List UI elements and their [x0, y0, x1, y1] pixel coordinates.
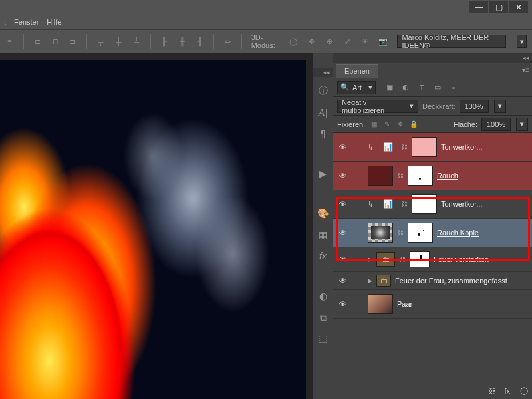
tab-ebenen[interactable]: Ebenen: [336, 64, 378, 78]
play-icon[interactable]: ▶: [316, 166, 331, 181]
scale3d-icon[interactable]: ⤢: [343, 36, 352, 47]
move3d-icon[interactable]: ⊕: [325, 36, 334, 47]
filter-shape-icon[interactable]: ▭: [433, 83, 442, 92]
paths-panel-icon[interactable]: ⬚: [316, 331, 331, 346]
maximize-button[interactable]: ▢: [489, 1, 508, 13]
panel-collapse-icon[interactable]: ◂◂: [333, 53, 532, 63]
layer-name[interactable]: Feuer der Frau, zusammengefasst: [395, 277, 528, 285]
filter-adjust-icon[interactable]: ◐: [401, 83, 410, 92]
layer-row[interactable]: 👁 ↳ 📊 ⛓ Tonwertkor...: [333, 133, 532, 162]
workspace-label: Marco Kolditz, MEER DER IDEEN®: [402, 33, 501, 49]
align-left-icon[interactable]: ⊏: [33, 36, 42, 47]
layer-filter-row: 🔍 Art ▾ ▣ ◐ T ▭ ▫: [333, 78, 532, 97]
layer-name[interactable]: Rauch Kopie: [437, 229, 528, 237]
blend-mode-label: Negativ multiplizieren: [342, 98, 410, 114]
align-center-icon[interactable]: ⊓: [51, 36, 60, 47]
layer-thumb[interactable]: [368, 223, 393, 243]
mask-thumb[interactable]: [410, 251, 430, 267]
dist-h1-icon[interactable]: ╟: [160, 36, 169, 47]
opacity-value[interactable]: 100%: [460, 100, 489, 113]
collapse-arrow-icon[interactable]: ◂◂: [313, 68, 332, 77]
expand-icon[interactable]: ▶: [368, 256, 372, 263]
camera-icon[interactable]: 📷: [378, 36, 388, 47]
layer-name[interactable]: Tonwertkor...: [441, 143, 528, 151]
visibility-icon[interactable]: 👁: [337, 254, 348, 265]
visibility-icon[interactable]: 👁: [337, 227, 348, 238]
blend-mode-select[interactable]: Negativ multiplizieren ▾: [337, 100, 418, 113]
close-button[interactable]: ✕: [509, 1, 528, 13]
menu-hilfe[interactable]: Hilfe: [47, 18, 61, 26]
menu-fenster[interactable]: Fenster: [14, 18, 39, 26]
pan-icon[interactable]: ✥: [307, 36, 316, 47]
visibility-icon[interactable]: 👁: [337, 142, 348, 152]
layer-name[interactable]: Paar: [397, 300, 528, 308]
styles-panel-icon[interactable]: fx: [316, 249, 331, 263]
link-icon: ⛓: [401, 144, 408, 150]
dist-h2-icon[interactable]: ╫: [178, 36, 186, 47]
layer-name[interactable]: Tonwertkor...: [441, 200, 528, 208]
layer-row[interactable]: 👁 ⛓ Rauch: [333, 162, 532, 190]
workspace-dropdown-icon[interactable]: ▾: [517, 35, 527, 48]
dist-mid-icon[interactable]: ╪: [114, 36, 123, 47]
align-icon[interactable]: ≡: [5, 36, 14, 47]
blend-row: Negativ multiplizieren ▾ Deckkraft: 100%…: [333, 97, 532, 116]
visibility-icon[interactable]: 👁: [337, 170, 348, 181]
align-right-icon[interactable]: ⊐: [68, 36, 77, 47]
layer-row[interactable]: 👁 ▶ 🗀 ⛓ Feuer verstärken: [333, 247, 532, 272]
mask-thumb[interactable]: [408, 223, 433, 243]
visibility-icon[interactable]: 👁: [337, 199, 348, 209]
dist-h3-icon[interactable]: ╢: [196, 36, 204, 47]
mask-thumb[interactable]: [412, 194, 437, 214]
dist-bot-icon[interactable]: ╧: [132, 36, 141, 47]
mask-button-icon[interactable]: ◯: [520, 386, 528, 395]
layer-row[interactable]: 👁 ▶ 🗀 Feuer der Frau, zusammengefasst: [333, 272, 532, 290]
minimize-button[interactable]: —: [469, 1, 488, 13]
layer-name[interactable]: Feuer verstärken: [434, 255, 528, 263]
link-icon: ⛓: [401, 201, 408, 207]
canvas-area[interactable]: [0, 53, 313, 399]
layers-collapsed-icon[interactable]: ⧉: [316, 310, 331, 325]
character-panel-icon[interactable]: A|: [316, 105, 331, 120]
layer-thumb[interactable]: [368, 294, 393, 314]
lock-transparency-icon[interactable]: ▦: [369, 120, 378, 129]
link-layers-icon[interactable]: ⛓: [489, 387, 496, 395]
filter-smart-icon[interactable]: ▫: [449, 83, 458, 92]
panel-menu-icon[interactable]: ▾≡: [522, 66, 529, 74]
mask-thumb[interactable]: [408, 166, 433, 186]
color-panel-icon[interactable]: ▦: [316, 227, 331, 242]
layer-name[interactable]: Rauch: [437, 172, 528, 180]
light-icon[interactable]: ☀: [360, 36, 369, 47]
lock-all-icon[interactable]: 🔒: [409, 120, 418, 129]
dist-top-icon[interactable]: ╤: [96, 36, 105, 47]
adjustments-panel-icon[interactable]: ◐: [316, 289, 331, 303]
layer-row[interactable]: 👁 ⛓ Rauch Kopie: [333, 219, 532, 247]
link-icon: ⛓: [397, 172, 404, 179]
layer-row[interactable]: 👁 Paar: [333, 290, 532, 319]
filter-type-icon[interactable]: T: [417, 83, 426, 92]
paragraph-panel-icon[interactable]: ¶: [316, 126, 331, 141]
fill-dropdown-icon[interactable]: ▾: [516, 118, 528, 131]
levels-icon: 📊: [378, 200, 397, 209]
layer-thumb[interactable]: [368, 166, 393, 186]
space-icon[interactable]: ⇔: [223, 36, 232, 47]
expand-icon[interactable]: ▶: [368, 277, 372, 284]
canvas[interactable]: [0, 60, 306, 399]
lock-pixels-icon[interactable]: ✎: [382, 120, 392, 129]
filter-kind-select[interactable]: 🔍 Art ▾: [337, 81, 376, 94]
opacity-dropdown-icon[interactable]: ▾: [494, 100, 506, 113]
layer-row[interactable]: 👁 ↳ 📊 ⛓ Tonwertkor...: [333, 190, 532, 219]
filter-image-icon[interactable]: ▣: [385, 83, 394, 92]
orbit-icon[interactable]: ◯: [289, 36, 298, 47]
opacity-label: Deckkraft:: [422, 102, 456, 110]
info-panel-icon[interactable]: ⓘ: [316, 84, 331, 98]
workspace-select[interactable]: Marco Kolditz, MEER DER IDEEN®: [397, 35, 506, 48]
visibility-icon[interactable]: 👁: [337, 275, 348, 286]
lock-position-icon[interactable]: ✥: [396, 120, 405, 129]
visibility-icon[interactable]: 👁: [337, 299, 348, 309]
swatches-panel-icon[interactable]: 🎨: [316, 206, 331, 221]
fx-button[interactable]: fx.: [504, 387, 512, 395]
layer-list[interactable]: 👁 ↳ 📊 ⛓ Tonwertkor... 👁 ⛓ Rauch 👁: [333, 133, 532, 382]
fill-value[interactable]: 100%: [481, 118, 511, 131]
mask-thumb[interactable]: [412, 137, 437, 157]
clip-icon: ↳: [368, 143, 374, 152]
